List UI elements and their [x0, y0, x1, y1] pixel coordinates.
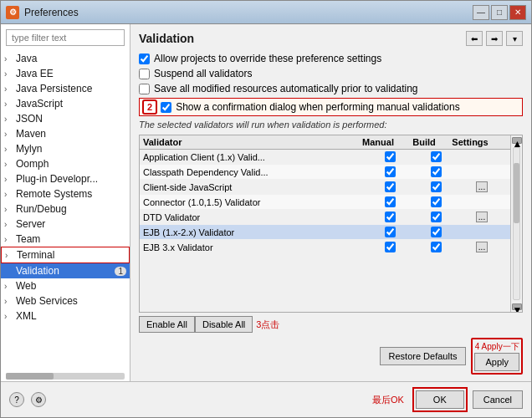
sidebar-arrow-icon: ›: [4, 130, 14, 139]
window-title: Preferences: [24, 7, 79, 18]
checkbox-row-3: 2Show a confirmation dialog when perform…: [139, 98, 523, 116]
back-button[interactable]: ⬅: [466, 31, 483, 46]
build-checkbox[interactable]: [431, 242, 442, 252]
manual-cell[interactable]: [365, 227, 415, 237]
close-button[interactable]: ✕: [509, 5, 526, 20]
sidebar-item-validation[interactable]: Validation1: [1, 263, 130, 278]
manual-checkbox[interactable]: [385, 181, 396, 192]
checkbox-label-2: Save all modified resources automaticall…: [154, 83, 418, 94]
sidebar-item-java-persistence[interactable]: ›Java Persistence: [1, 81, 130, 96]
settings-cell[interactable]: ...: [457, 181, 507, 192]
settings-button[interactable]: ...: [476, 212, 488, 222]
ok-button[interactable]: OK: [416, 390, 464, 409]
sidebar-item-mylyn[interactable]: ›Mylyn: [1, 141, 130, 156]
step3-annotation: 3点击: [256, 319, 279, 331]
sidebar-item-run-debug[interactable]: ›Run/Debug: [1, 201, 130, 217]
manual-checkbox[interactable]: [385, 227, 396, 237]
sidebar-item-xml[interactable]: ›XML: [1, 308, 130, 324]
sidebar-item-json[interactable]: ›JSON: [1, 111, 130, 126]
manual-cell[interactable]: [365, 242, 415, 252]
checkbox-3[interactable]: [161, 102, 171, 113]
table-row[interactable]: Classpath Dependency Valid...: [140, 165, 510, 180]
build-checkbox[interactable]: [431, 151, 442, 162]
build-cell[interactable]: [415, 181, 457, 192]
sidebar-item-web[interactable]: ›Web: [1, 278, 130, 293]
build-cell[interactable]: [415, 242, 457, 252]
settings-button[interactable]: ...: [476, 242, 488, 252]
disable-all-button[interactable]: Disable All: [195, 316, 253, 333]
manual-checkbox[interactable]: [385, 166, 396, 177]
build-cell[interactable]: [415, 151, 457, 162]
sidebar-arrow-icon: ›: [5, 251, 15, 260]
minimize-button[interactable]: —: [473, 5, 489, 20]
build-checkbox[interactable]: [431, 196, 442, 207]
settings-cell[interactable]: ...: [457, 242, 507, 252]
menu-button[interactable]: ▾: [506, 31, 523, 46]
build-checkbox[interactable]: [431, 181, 442, 192]
table-row[interactable]: EJB (1.x-2.x) Validator: [140, 225, 510, 240]
sidebar-item-oomph[interactable]: ›Oomph: [1, 156, 130, 171]
build-checkbox[interactable]: [431, 212, 442, 222]
sidebar-item-web-services[interactable]: ›Web Services: [1, 293, 130, 308]
sidebar-arrow-icon: ›: [4, 235, 14, 244]
manual-checkbox[interactable]: [385, 212, 396, 222]
table-body: Application Client (1.x) Valid...Classpa…: [140, 150, 510, 255]
sidebar-item-javascript[interactable]: ›JavaScript: [1, 96, 130, 111]
manual-cell[interactable]: [365, 166, 415, 177]
help-icon[interactable]: ?: [9, 392, 24, 407]
checkbox-0[interactable]: [139, 54, 150, 64]
ok-label: 最后OK: [372, 394, 404, 406]
sidebar-item-remote-systems[interactable]: ›Remote Systems: [1, 186, 130, 201]
settings-icon[interactable]: ⚙: [31, 392, 46, 407]
checkbox-label-0: Allow projects to override these prefere…: [154, 53, 381, 64]
main-panel: Validation ⬅ ➡ ▾ Allow projects to overr…: [130, 24, 531, 381]
sidebar-item-team[interactable]: ›Team: [1, 232, 130, 247]
manual-checkbox[interactable]: [385, 242, 396, 252]
sidebar-item-server[interactable]: ›Server: [1, 217, 130, 232]
sidebar-item-label: Run/Debug: [16, 203, 126, 215]
build-checkbox[interactable]: [431, 166, 442, 177]
sidebar-item-label: Team: [16, 233, 126, 245]
table-row[interactable]: EJB 3.x Validator...: [140, 240, 510, 255]
forward-button[interactable]: ➡: [486, 31, 503, 46]
sidebar-arrow-icon: ›: [4, 220, 14, 229]
checkbox-2[interactable]: [139, 84, 150, 94]
sidebar-item-terminal[interactable]: ›Terminal: [1, 247, 130, 263]
settings-cell[interactable]: ...: [457, 212, 507, 222]
sidebar-item-maven[interactable]: ›Maven: [1, 126, 130, 141]
sidebar-arrow-icon: ›: [4, 312, 14, 321]
table-row[interactable]: Connector (1.0,1.5) Validator: [140, 195, 510, 210]
manual-cell[interactable]: [365, 196, 415, 207]
sidebar-item-plug-in-developr---[interactable]: ›Plug-in Developr...: [1, 171, 130, 186]
build-checkbox[interactable]: [431, 227, 442, 237]
build-cell[interactable]: [415, 212, 457, 222]
validator-name: Application Client (1.x) Valid...: [143, 152, 365, 162]
bottom-row: Restore Defaults 4 Apply一下 Apply: [139, 338, 523, 375]
cancel-button[interactable]: Cancel: [473, 390, 523, 409]
table-row[interactable]: DTD Validator...: [140, 210, 510, 225]
restore-defaults-button[interactable]: Restore Defaults: [380, 347, 467, 365]
build-cell[interactable]: [415, 227, 457, 237]
search-input[interactable]: [6, 29, 125, 46]
manual-checkbox[interactable]: [385, 196, 396, 207]
enable-all-button[interactable]: Enable All: [139, 316, 195, 333]
build-cell[interactable]: [415, 196, 457, 207]
settings-button[interactable]: ...: [476, 181, 488, 192]
apply-button[interactable]: Apply: [474, 353, 519, 371]
dialog-footer: ? ⚙ 最后OK OK Cancel: [1, 381, 531, 417]
manual-checkbox[interactable]: [385, 151, 396, 162]
sidebar-item-java-ee[interactable]: ›Java EE: [1, 66, 130, 81]
sidebar-item-java[interactable]: ›Java: [1, 51, 130, 66]
checkbox-label-1: Suspend all validators: [154, 68, 252, 79]
table-row[interactable]: Client-side JavaScript...: [140, 180, 510, 195]
scrollbar[interactable]: ▲ ▼: [510, 135, 522, 312]
validator-name: Classpath Dependency Valid...: [143, 167, 365, 177]
maximize-button[interactable]: □: [491, 5, 508, 20]
checkbox-1[interactable]: [139, 69, 150, 79]
sidebar-item-label: Web: [16, 280, 126, 292]
manual-cell[interactable]: [365, 181, 415, 192]
build-cell[interactable]: [415, 166, 457, 177]
manual-cell[interactable]: [365, 212, 415, 222]
table-row[interactable]: Application Client (1.x) Valid...: [140, 150, 510, 165]
manual-cell[interactable]: [365, 151, 415, 162]
